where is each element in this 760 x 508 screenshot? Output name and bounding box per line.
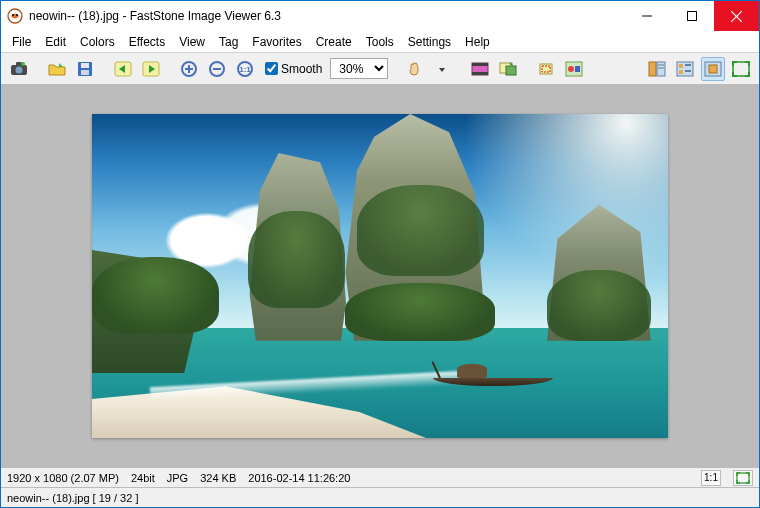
- status-dimensions: 1920 x 1080 (2.07 MP): [7, 472, 119, 484]
- svg-rect-25: [472, 72, 488, 75]
- svg-point-2: [16, 14, 18, 16]
- status-datetime: 2016-02-14 11:26:20: [248, 472, 350, 484]
- acquire-button[interactable]: [7, 57, 31, 81]
- svg-rect-40: [679, 70, 683, 74]
- fit-window-button[interactable]: [733, 470, 753, 486]
- svg-rect-41: [685, 70, 691, 72]
- svg-rect-24: [472, 63, 488, 66]
- hand-tool-button[interactable]: [402, 57, 426, 81]
- svg-rect-4: [687, 12, 696, 21]
- toolbar: 1:1 Smooth 30%: [1, 53, 759, 85]
- menu-file[interactable]: File: [5, 33, 38, 51]
- app-icon: [7, 8, 23, 24]
- svg-rect-32: [575, 66, 580, 72]
- crop-button[interactable]: [534, 57, 558, 81]
- svg-point-1: [12, 14, 14, 16]
- status-size: 324 KB: [200, 472, 236, 484]
- filebar-text: neowin-- (18).jpg [ 19 / 32 ]: [7, 492, 138, 504]
- svg-rect-34: [657, 62, 665, 76]
- menu-colors[interactable]: Colors: [73, 33, 122, 51]
- svg-rect-39: [685, 64, 691, 66]
- displayed-image: [92, 114, 668, 438]
- menu-create[interactable]: Create: [309, 33, 359, 51]
- zoom-out-button[interactable]: [205, 57, 229, 81]
- draw-button[interactable]: [562, 57, 586, 81]
- menu-tag[interactable]: Tag: [212, 33, 245, 51]
- menu-tools[interactable]: Tools: [359, 33, 401, 51]
- slideshow-button[interactable]: [468, 57, 492, 81]
- titlebar: neowin-- (18).jpg - FastStone Image View…: [1, 1, 759, 31]
- statusbar: 1920 x 1080 (2.07 MP) 24bit JPG 324 KB 2…: [1, 467, 759, 487]
- svg-rect-45: [737, 473, 749, 483]
- status-format: JPG: [167, 472, 188, 484]
- smooth-checkbox[interactable]: [265, 62, 278, 75]
- actual-ratio-button[interactable]: 1:1: [701, 470, 721, 486]
- menu-view[interactable]: View: [172, 33, 212, 51]
- windowed-view-button[interactable]: [701, 57, 725, 81]
- filebar: neowin-- (18).jpg [ 19 / 32 ]: [1, 487, 759, 507]
- open-button[interactable]: [45, 57, 69, 81]
- svg-rect-43: [709, 65, 717, 73]
- next-button[interactable]: [139, 57, 163, 81]
- svg-rect-13: [81, 70, 89, 75]
- boat-graphic: [433, 360, 553, 386]
- menu-favorites[interactable]: Favorites: [245, 33, 308, 51]
- menu-effects[interactable]: Effects: [122, 33, 172, 51]
- status-depth: 24bit: [131, 472, 155, 484]
- compare-button[interactable]: [496, 57, 520, 81]
- smooth-label: Smooth: [281, 62, 322, 76]
- image-viewport[interactable]: [1, 85, 759, 467]
- zoom-in-button[interactable]: [177, 57, 201, 81]
- close-button[interactable]: [714, 1, 759, 31]
- svg-rect-27: [506, 66, 516, 75]
- window-title: neowin-- (18).jpg - FastStone Image View…: [29, 9, 281, 23]
- menubar: File Edit Colors Effects View Tag Favori…: [1, 31, 759, 53]
- svg-rect-12: [81, 63, 89, 68]
- menu-help[interactable]: Help: [458, 33, 497, 51]
- svg-point-9: [16, 66, 23, 73]
- minimize-button[interactable]: [624, 1, 669, 31]
- menu-settings[interactable]: Settings: [401, 33, 458, 51]
- svg-rect-44: [733, 62, 749, 76]
- fullscreen-button[interactable]: [729, 57, 753, 81]
- svg-rect-33: [649, 62, 656, 76]
- svg-text:1:1: 1:1: [239, 65, 251, 74]
- thumbnail-view-button[interactable]: [673, 57, 697, 81]
- prev-button[interactable]: [111, 57, 135, 81]
- actual-size-button[interactable]: 1:1: [233, 57, 257, 81]
- svg-point-10: [21, 62, 25, 66]
- save-button[interactable]: [73, 57, 97, 81]
- browser-view-button[interactable]: [645, 57, 669, 81]
- smooth-group: Smooth: [265, 62, 322, 76]
- hand-dropdown-icon[interactable]: [430, 57, 454, 81]
- svg-rect-38: [679, 64, 683, 68]
- zoom-select[interactable]: 30%: [330, 58, 388, 79]
- svg-point-31: [568, 66, 574, 72]
- maximize-button[interactable]: [669, 1, 714, 31]
- menu-edit[interactable]: Edit: [38, 33, 73, 51]
